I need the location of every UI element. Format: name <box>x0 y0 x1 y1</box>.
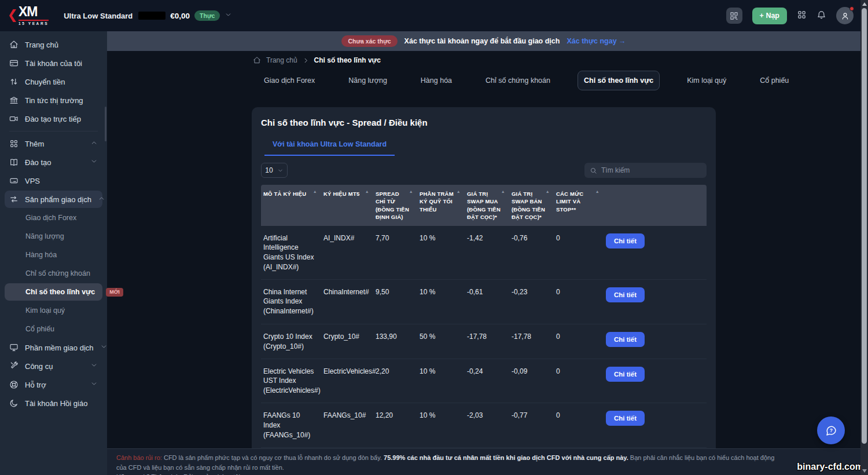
cell-swap-long: -1,42 <box>465 226 509 279</box>
sidebar-item[interactable]: Phần mềm giao dịch <box>5 339 102 356</box>
sidebar-item[interactable]: Kim loại quý <box>5 302 102 319</box>
new-badge: MỚI <box>106 288 123 297</box>
page-size-value: 10 <box>265 166 273 174</box>
qr-code-icon <box>730 12 738 20</box>
detail-button[interactable]: Chi tiết <box>606 233 645 249</box>
account-switcher[interactable]: Ultra Low Standard €0,00 Thực <box>64 10 232 21</box>
cell-symbol-description: Artificial Intelligence Giants US Index(… <box>261 226 321 279</box>
category-tab[interactable]: Năng lượng <box>342 71 393 90</box>
category-tab[interactable]: Chỉ số theo lĩnh vực <box>578 71 660 90</box>
chevron-down-icon <box>100 343 108 352</box>
chevron-down-icon <box>90 361 98 371</box>
column-header[interactable]: GIÁ TRỊ SWAP MUA (ĐỒNG TIỀN ĐẶT CỌC)*▲ <box>465 185 509 226</box>
sidebar-item-label: Công cụ <box>25 362 53 371</box>
category-tab[interactable]: Chỉ số chứng khoán <box>479 71 557 90</box>
qr-code-button[interactable] <box>726 8 742 24</box>
sidebar-item[interactable]: Sản phẩm giao dịch <box>5 191 102 208</box>
verify-now-link[interactable]: Xác thực ngay → <box>567 37 626 45</box>
cell-spread: 9,50 <box>373 280 417 324</box>
xm-logo[interactable]: XM 15 YEARS <box>9 5 49 26</box>
cell-action: Chi tiết <box>604 280 707 324</box>
apps-grid-button[interactable] <box>797 10 807 22</box>
chevup-icon <box>98 195 105 202</box>
column-header[interactable]: PHẦN TRĂM KÝ QUỸ TỐI THIỂU▲ <box>417 185 465 226</box>
sidebar-item[interactable]: Đào tạo trực tiếp <box>5 110 102 127</box>
detail-button[interactable]: Chi tiết <box>606 411 645 426</box>
column-header[interactable]: CÁC MỨC LIMIT VÀ STOP**▲ <box>554 185 604 226</box>
sidebar-item-label: Tài khoản Hồi giáo <box>25 399 87 408</box>
sidebar-item[interactable]: Tin tức thị trường <box>5 92 102 109</box>
sidebar-divider <box>9 131 98 131</box>
sidebar-item[interactable]: Cổ phiếu <box>5 320 102 338</box>
cell-mt5-symbol: AI_INDX# <box>321 226 373 279</box>
account-type-tab[interactable]: Với tài khoản Ultra Low Standard <box>264 140 395 156</box>
notifications-button[interactable] <box>816 10 826 22</box>
table-row: China Internet Giants Index(ChinaInterne… <box>261 280 707 324</box>
category-tab[interactable]: Cổ phiếu <box>753 71 795 90</box>
scroll-down-arrow[interactable] <box>862 469 867 473</box>
cell-swap-short: -17,78 <box>509 324 554 359</box>
column-header[interactable]: GIÁ TRỊ SWAP BÁN (ĐỒNG TIỀN ĐẶT CỌC)*▲ <box>509 185 554 226</box>
account-chevron-down-icon[interactable] <box>225 10 232 21</box>
cell-mt5-symbol: ChinaInternet# <box>321 280 373 324</box>
support-icon <box>9 380 19 389</box>
sidebar-item[interactable]: Chuyển tiền <box>5 73 102 90</box>
sidebar-item[interactable]: Hỗ trợ <box>5 376 102 393</box>
category-tab[interactable]: Hàng hóa <box>414 71 458 90</box>
sidebar-item[interactable]: Thêm <box>5 135 102 152</box>
cell-symbol-description: Electric Vehicles UST Index(ElectricVehi… <box>261 359 321 403</box>
sidebar-item[interactable]: Chỉ số theo lĩnh vựcMỚI <box>5 283 102 301</box>
moon-icon <box>9 399 19 408</box>
column-header[interactable]: SPREAD CHỈ TỪ (ĐỒNG TIỀN ĐỊNH GIÁ)▲ <box>373 185 417 226</box>
sidebar-item[interactable]: Hàng hóa <box>5 246 102 264</box>
category-tab[interactable]: Giao dịch Forex <box>258 71 321 90</box>
category-tab[interactable]: Kim loại quý <box>681 71 733 90</box>
monitor-icon <box>9 343 19 352</box>
verification-banner: Chưa xác thực Xác thực tài khoản ngay để… <box>107 31 860 51</box>
detail-button[interactable]: Chi tiết <box>606 287 645 302</box>
cell-symbol-description: China Internet Giants Index(ChinaInterne… <box>261 280 321 324</box>
scrollbar-thumb[interactable] <box>862 8 867 444</box>
sort-caret-icon[interactable]: ▲ <box>365 189 369 195</box>
chat-support-button[interactable]: ? <box>817 416 845 444</box>
sort-caret-icon[interactable]: ▲ <box>501 189 505 195</box>
sidebar-item[interactable]: Chỉ số chứng khoán <box>5 265 102 282</box>
sort-caret-icon[interactable]: ▲ <box>409 189 413 195</box>
profile-button[interactable] <box>836 7 854 24</box>
brand-subtitle: 15 YEARS <box>19 20 49 26</box>
chevron-down-icon <box>90 380 98 389</box>
sidebar-item[interactable]: Năng lượng <box>5 228 102 245</box>
real-account-badge: Thực <box>194 10 220 21</box>
sidebar-item[interactable]: Tài khoản Hồi giáo <box>5 394 102 412</box>
account-type-label: Ultra Low Standard <box>64 12 133 20</box>
sidebar-item-label: Tin tức thị trường <box>25 96 83 105</box>
xm-logo-arrow-icon <box>9 9 16 22</box>
detail-button[interactable]: Chi tiết <box>606 332 645 347</box>
grid-icon <box>9 139 19 148</box>
cell-swap-long: -2,03 <box>465 403 509 447</box>
page-size-select[interactable]: 10 <box>261 163 288 178</box>
search-input[interactable] <box>601 166 701 174</box>
scroll-up-arrow[interactable] <box>862 2 867 6</box>
detail-button[interactable]: Chi tiết <box>606 367 645 382</box>
sidebar-item[interactable]: Giao dịch Forex <box>5 209 102 226</box>
cell-spread: 2,20 <box>373 359 417 403</box>
cell-swap-short: -0,77 <box>509 403 554 447</box>
sidebar-item[interactable]: Tài khoản của tôi <box>5 54 102 72</box>
sort-caret-icon[interactable]: ▲ <box>546 189 550 195</box>
sidebar-item[interactable]: Công cụ <box>5 357 102 375</box>
sort-caret-icon[interactable]: ▲ <box>457 189 461 195</box>
sort-caret-icon[interactable]: ▲ <box>313 189 317 195</box>
book-icon <box>9 158 19 167</box>
sidebar-item[interactable]: Trang chủ <box>5 36 102 53</box>
column-header[interactable]: MÔ TẢ KÝ HIỆU▲ <box>261 185 321 226</box>
sidebar-item[interactable]: Đào tạo <box>5 154 102 171</box>
column-header[interactable]: KÝ HIỆU MT5▲ <box>321 185 373 226</box>
cell-swap-long: -17,78 <box>465 324 509 359</box>
deposit-button[interactable]: + Nạp <box>752 8 787 24</box>
search-box <box>584 163 707 178</box>
sort-caret-icon[interactable]: ▲ <box>595 189 599 195</box>
cell-symbol-description: FAANGs 10 Index(FAANGs_10#) <box>261 403 321 447</box>
breadcrumb-home[interactable]: Trang chủ <box>266 56 297 64</box>
sidebar-item[interactable]: VPS <box>5 172 102 189</box>
